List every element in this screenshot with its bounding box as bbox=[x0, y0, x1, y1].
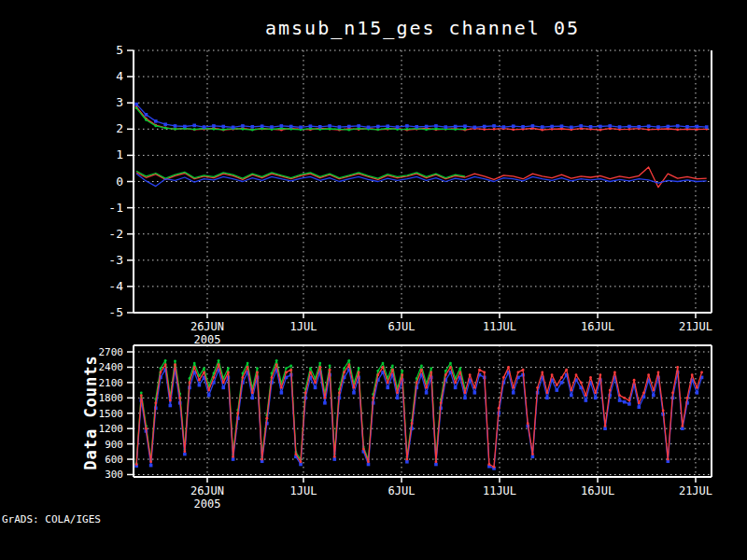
svg-text:16JUL: 16JUL bbox=[581, 320, 614, 333]
svg-text:2005: 2005 bbox=[194, 333, 221, 346]
blue-line-upper bbox=[134, 103, 708, 129]
svg-text:6JUL: 6JUL bbox=[388, 484, 416, 497]
svg-text:300: 300 bbox=[105, 469, 123, 481]
svg-text:6JUL: 6JUL bbox=[388, 320, 416, 333]
chart-svg: 543210-1-2-3-4-526JUN20051JUL6JUL11JUL16… bbox=[0, 0, 747, 560]
svg-text:3: 3 bbox=[116, 95, 123, 109]
top-tick-labels: 543210-1-2-3-4-526JUN20051JUL6JUL11JUL16… bbox=[108, 43, 712, 346]
svg-text:11JUL: 11JUL bbox=[483, 484, 516, 497]
svg-text:2100: 2100 bbox=[99, 377, 124, 389]
svg-text:-2: -2 bbox=[108, 227, 123, 241]
svg-text:600: 600 bbox=[105, 454, 123, 466]
svg-text:21JUL: 21JUL bbox=[679, 320, 712, 333]
svg-text:11JUL: 11JUL bbox=[483, 320, 516, 333]
top-panel: 543210-1-2-3-4-526JUN20051JUL6JUL11JUL16… bbox=[108, 43, 712, 346]
svg-text:1: 1 bbox=[116, 147, 123, 161]
svg-text:16JUL: 16JUL bbox=[581, 484, 614, 497]
svg-text:1500: 1500 bbox=[99, 408, 124, 420]
data-counts-axis-label: Data Counts bbox=[81, 355, 100, 470]
svg-text:5: 5 bbox=[116, 43, 123, 57]
grads-screen: amsub_n15_ges channel 05 Data Counts 543… bbox=[0, 0, 747, 560]
svg-text:-4: -4 bbox=[108, 279, 123, 293]
svg-text:1800: 1800 bbox=[99, 392, 124, 404]
svg-text:4: 4 bbox=[116, 69, 123, 83]
bottom-ticks bbox=[127, 352, 696, 483]
svg-text:21JUL: 21JUL bbox=[679, 484, 712, 497]
grads-credit: GrADS: COLA/IGES bbox=[2, 513, 101, 525]
svg-text:0: 0 bbox=[116, 175, 123, 189]
svg-text:900: 900 bbox=[105, 439, 123, 451]
chart-title: amsub_n15_ges channel 05 bbox=[134, 17, 712, 39]
svg-text:2400: 2400 bbox=[99, 361, 124, 373]
svg-text:2005: 2005 bbox=[194, 497, 221, 511]
svg-text:2700: 2700 bbox=[99, 346, 124, 358]
svg-text:26JUN: 26JUN bbox=[190, 484, 224, 497]
svg-text:26JUN: 26JUN bbox=[190, 320, 224, 333]
svg-text:1200: 1200 bbox=[99, 423, 124, 435]
svg-text:1JUL: 1JUL bbox=[290, 484, 317, 497]
red-counts bbox=[135, 363, 703, 468]
bottom-panel: 27002400210018001500120090060030026JUN20… bbox=[99, 345, 713, 511]
svg-text:-5: -5 bbox=[108, 305, 123, 319]
top-gridlines bbox=[134, 50, 712, 313]
svg-text:2: 2 bbox=[116, 121, 123, 135]
svg-text:1JUL: 1JUL bbox=[290, 320, 317, 333]
blue-counts bbox=[134, 368, 703, 469]
svg-text:-3: -3 bbox=[108, 253, 123, 267]
svg-text:-1: -1 bbox=[108, 201, 123, 215]
top-ticks bbox=[127, 50, 696, 318]
